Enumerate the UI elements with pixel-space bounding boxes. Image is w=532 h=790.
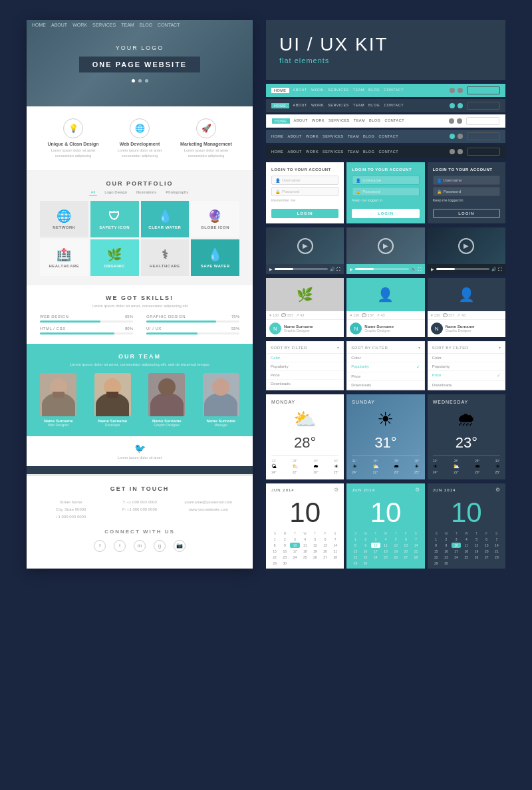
cal-day-1-28[interactable]: 28 [331, 555, 340, 560]
cal-day-1-10[interactable]: 10 [290, 543, 299, 548]
nav-darkest-about[interactable]: ABOUT [288, 150, 302, 154]
play-icon-3[interactable]: ▶ [431, 267, 434, 271]
nav-teal-team[interactable]: TEAM [353, 88, 364, 93]
nav-teal-blog[interactable]: BLOG [368, 88, 380, 93]
filter-item-pop-1[interactable]: Popularity [267, 362, 343, 371]
filter-header-1[interactable]: SORT BY FILTER ▾ [267, 342, 343, 354]
play-icon-2[interactable]: ▶ [350, 267, 353, 271]
social-instagram[interactable]: 📷 [174, 540, 186, 552]
cal-day-1-24[interactable]: 24 [290, 555, 299, 560]
nav-dark-services[interactable]: SERVICES [328, 103, 349, 108]
cal-day-1-29[interactable]: 29 [270, 561, 279, 566]
login-teal-username[interactable]: 👤 Username [352, 176, 419, 185]
filter-item-dl-2[interactable]: Downloads [347, 381, 424, 390]
nav-dark-blog[interactable]: BLOG [368, 103, 380, 108]
portfolio-item-globe[interactable]: 🔮 GLOBE ICON [191, 201, 239, 237]
nav-dark2-contact[interactable]: CONTACT [378, 134, 398, 138]
fullscreen-icon-2[interactable]: ⛶ [418, 267, 422, 271]
cal-day-1-30[interactable]: 30 [280, 561, 289, 566]
cal-day-1-19[interactable]: 19 [311, 549, 320, 554]
nav-dark2-team[interactable]: TEAM [348, 134, 359, 138]
nav-darkest-team[interactable]: TEAM [348, 150, 359, 154]
cal-day-1-1[interactable]: 1 [270, 537, 279, 542]
portfolio-item-organic[interactable]: 🌿 organic [90, 239, 139, 276]
play-btn-1[interactable]: ▶ [297, 238, 313, 254]
login-white-password[interactable]: 🔒 Password [271, 187, 338, 196]
filter-item-price-3[interactable]: Price ✓ [428, 371, 505, 381]
social-googleplus[interactable]: g [154, 540, 166, 552]
nav-dark-home[interactable]: HOME [271, 103, 289, 108]
cal-day-1-17[interactable]: 17 [290, 549, 299, 554]
login-teal-btn[interactable]: LOGIN [352, 209, 419, 218]
play-btn-2[interactable]: ▶ [378, 238, 394, 254]
nav-team[interactable]: Team [121, 23, 134, 27]
nav-dark-about[interactable]: ABOUT [293, 103, 307, 108]
login-dark-username[interactable]: 👤 Username [433, 176, 500, 185]
filter-item-pop-3[interactable]: Popularity [428, 362, 505, 371]
cal-day-1-3[interactable]: 3 [290, 537, 299, 542]
cal-day-1-16[interactable]: 16 [280, 549, 289, 554]
login-dark-btn[interactable]: LOGIN [433, 209, 500, 218]
nav-dark-contact[interactable]: CONTACT [384, 103, 404, 108]
nav-blog[interactable]: Blog [140, 23, 152, 27]
volume-icon-3[interactable]: 🔊 [491, 267, 496, 271]
filter-item-color-3[interactable]: Color [428, 354, 505, 362]
cal-day-1-13[interactable]: 13 [321, 543, 330, 548]
cal-day-1-7[interactable]: 7 [331, 537, 340, 542]
cal-day-1-11[interactable]: 11 [301, 543, 310, 548]
cal-day-1-22[interactable]: 22 [270, 555, 279, 560]
nav-teal-work[interactable]: WORK [311, 88, 324, 93]
nav-work[interactable]: Work [72, 23, 87, 27]
hero-dot-1[interactable] [132, 79, 135, 82]
portfolio-item-network[interactable]: 🌐 NETWORK [40, 201, 88, 237]
nav-white-blog[interactable]: BLOG [369, 118, 380, 124]
portfolio-tab-all[interactable]: All [89, 190, 98, 196]
cal-icon-1[interactable]: ⚙ [334, 487, 338, 493]
portfolio-item-water[interactable]: 💧 CLEAR WATER [141, 201, 190, 237]
nav-white-home[interactable]: HOME [272, 118, 290, 124]
cal-day-1-5[interactable]: 5 [311, 537, 320, 542]
nav-home[interactable]: Home [32, 23, 46, 27]
login-dark-password[interactable]: 🔒 Password [433, 187, 500, 196]
filter-header-2[interactable]: SORT BY FILTER ▾ [347, 342, 424, 354]
cal-day-1-20[interactable]: 20 [321, 549, 330, 554]
login-white-username[interactable]: 👤 Username [271, 176, 338, 185]
nav-dark2-work[interactable]: WORK [306, 134, 319, 138]
nav-white-about[interactable]: ABOUT [294, 118, 308, 124]
portfolio-item-safety[interactable]: 🛡 SAFETY ICON [90, 201, 139, 237]
nav-white-services[interactable]: SERVICES [329, 118, 350, 124]
nav-teal-contact[interactable]: CONTACT [384, 88, 404, 93]
nav-dark2-blog[interactable]: BLOG [363, 134, 374, 138]
nav-white-team[interactable]: TEAM [354, 118, 365, 124]
progress-bar-2[interactable] [355, 268, 408, 270]
cal-day-1-23[interactable]: 23 [280, 555, 289, 560]
fullscreen-icon-3[interactable]: ⛶ [498, 267, 502, 271]
cal-day-1-14[interactable]: 14 [331, 543, 340, 548]
cal-day-1-15[interactable]: 15 [270, 549, 279, 554]
filter-header-3[interactable]: SORT BY FILTER ▾ [428, 342, 505, 354]
nav-dark2-search[interactable] [467, 132, 500, 140]
cal-day-1-4[interactable]: 4 [301, 537, 310, 542]
nav-dark-team[interactable]: TEAM [353, 103, 364, 108]
portfolio-tab-illustrations[interactable]: Illustrations [134, 190, 158, 196]
volume-icon-2[interactable]: 🔊 [411, 267, 416, 271]
hero-dot-3[interactable] [145, 79, 148, 82]
nav-teal-about[interactable]: ABOUT [293, 88, 307, 93]
portfolio-item-health1[interactable]: 🏥 Healthcare [40, 239, 88, 276]
cal-day-1-12[interactable]: 12 [311, 543, 320, 548]
nav-dark2-home[interactable]: HOME [271, 134, 284, 138]
filter-item-price-2[interactable]: Price [347, 372, 424, 381]
nav-teal-search[interactable] [467, 86, 500, 94]
portfolio-item-health2[interactable]: ⚕ healthcare [141, 239, 190, 276]
cal-day-1-25[interactable]: 25 [301, 555, 310, 560]
social-twitter[interactable]: t [114, 540, 126, 552]
nav-darkest-services[interactable]: SERVICES [323, 150, 344, 154]
fullscreen-icon-1[interactable]: ⛶ [336, 267, 340, 271]
cal-day-1-6[interactable]: 6 [321, 537, 330, 542]
cal-day-1-8[interactable]: 8 [270, 543, 279, 548]
cal-day-1-9[interactable]: 9 [280, 543, 289, 548]
filter-item-pop-2[interactable]: Popularity ✓ [347, 362, 424, 372]
nav-dark2-services[interactable]: SERVICES [323, 134, 344, 138]
cal-day-1-21[interactable]: 21 [331, 549, 340, 554]
cal-day-1-27[interactable]: 27 [321, 555, 330, 560]
